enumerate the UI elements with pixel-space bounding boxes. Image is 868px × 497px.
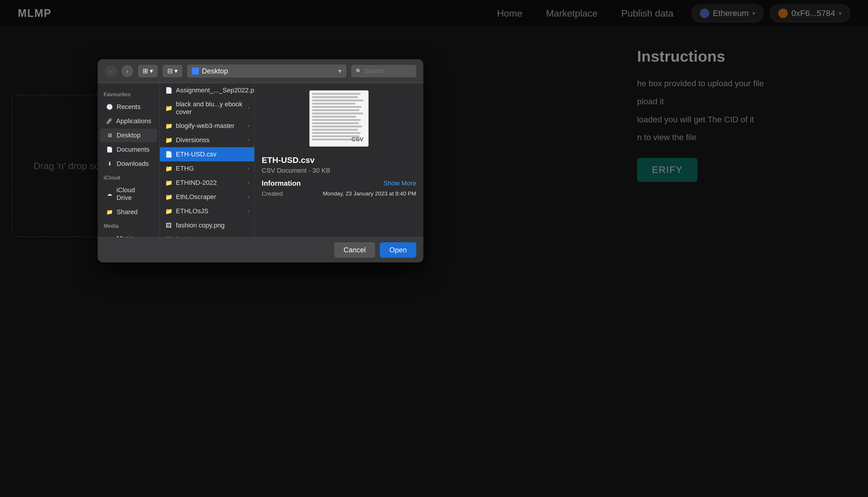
documents-icon: 📄 <box>106 146 113 153</box>
forward-button[interactable]: › <box>121 65 133 77</box>
shared-label: Shared <box>117 208 138 216</box>
csv-type-label: CSV <box>351 136 363 143</box>
file-name: ETHG <box>176 165 194 172</box>
folder-chevron-icon: › <box>248 166 249 171</box>
view-columns-button[interactable]: ⊞ ▾ <box>138 65 158 77</box>
file-name: ETHIND-2022 <box>176 179 217 187</box>
folder-chevron-icon: › <box>248 138 249 143</box>
downloads-icon: ⬇ <box>106 160 113 167</box>
created-value: Monday, 23 January 2023 at 8:40 PM <box>323 190 416 197</box>
sidebar-item-music[interactable]: ♪ Music <box>100 232 157 237</box>
preview-filetype: CSV Document - 30 KB <box>262 167 416 174</box>
search-bar[interactable]: 🔍 <box>351 65 416 77</box>
file-item-ethlosjs[interactable]: 📁 ETHLOsJS › <box>160 204 254 218</box>
file-picker-dialog: ‹ › ⊞ ▾ ⊟ ▾ Desktop ▾ 🔍 Favourites 🕐 Rec… <box>98 59 423 262</box>
favourites-label: Favourites <box>98 88 160 100</box>
desktop-icon: 🖥 <box>106 132 113 139</box>
downloads-label: Downloads <box>117 160 149 168</box>
file-item-eth-usd[interactable]: 📄 ETH-USD.csv <box>160 147 254 161</box>
dialog-toolbar: ‹ › ⊞ ▾ ⊟ ▾ Desktop ▾ 🔍 <box>98 59 423 83</box>
preview-image: CSV <box>309 90 368 150</box>
file-item-black-blue[interactable]: 📁 black and blu...y ebook cover › <box>160 97 254 119</box>
created-label: Created <box>262 190 283 197</box>
location-chevron-icon: ▾ <box>338 67 342 75</box>
file-list: 📄 Assignment_..._Sep2022.pdf 📁 black and… <box>160 83 255 237</box>
location-bar[interactable]: Desktop ▾ <box>187 65 346 77</box>
file-name: ETHLOsJS <box>176 207 208 215</box>
file-pdf-icon: 📄 <box>164 86 173 95</box>
file-name: EthLOscraper <box>176 193 216 201</box>
music-icon: ♪ <box>106 235 113 237</box>
file-item-assignment[interactable]: 📄 Assignment_..._Sep2022.pdf <box>160 83 254 97</box>
file-name: black and blu...y ebook cover <box>176 100 245 116</box>
file-name: blogify-web3-master <box>176 122 234 130</box>
file-item-ethg[interactable]: 📁 ETHG › <box>160 161 254 176</box>
icloud-drive-label: iCloud Drive <box>117 186 151 202</box>
folder-icon: 📁 <box>164 193 173 201</box>
file-name: Diversionss <box>176 136 209 144</box>
preview-panel: CSV ETH-USD.csv CSV Document - 30 KB Inf… <box>255 83 423 237</box>
shared-icon: 📁 <box>106 209 113 216</box>
folder-icon: 📁 <box>164 104 173 112</box>
file-item-fashion-copy[interactable]: 🖼 fashion copy.png <box>160 218 254 232</box>
folder-icon: 📁 <box>164 165 173 173</box>
sidebar-item-recents[interactable]: 🕐 Recents <box>100 100 157 114</box>
applications-icon: 🚀 <box>106 117 113 125</box>
show-more-button[interactable]: Show More <box>384 180 416 187</box>
file-item-blogify[interactable]: 📁 blogify-web3-master › <box>160 119 254 133</box>
recents-label: Recents <box>117 103 141 111</box>
preview-info-header: Information Show More <box>262 179 416 187</box>
sidebar-item-shared[interactable]: 📁 Shared <box>100 205 157 219</box>
sidebar: Favourites 🕐 Recents 🚀 Applications 🖥 De… <box>98 83 160 237</box>
view-columns-chevron-icon: ▾ <box>150 67 153 75</box>
folder-icon: 📁 <box>164 136 173 144</box>
folder-icon: 📁 <box>164 122 173 130</box>
documents-label: Documents <box>117 146 149 153</box>
file-item-diversionss[interactable]: 📁 Diversionss › <box>160 133 254 147</box>
dialog-body: Favourites 🕐 Recents 🚀 Applications 🖥 De… <box>98 83 423 237</box>
info-label: Information <box>262 179 301 187</box>
cancel-button[interactable]: Cancel <box>334 242 375 258</box>
file-item-ethloscraper[interactable]: 📁 EthLOscraper › <box>160 190 254 204</box>
music-label: Music <box>117 235 133 237</box>
search-input[interactable] <box>364 67 408 75</box>
sidebar-item-applications[interactable]: 🚀 Applications <box>100 114 157 128</box>
desktop-folder-icon <box>192 68 199 75</box>
file-name: fashion copy.png <box>176 222 225 229</box>
csv-preview: CSV <box>309 90 368 147</box>
folder-chevron-icon: › <box>248 194 249 200</box>
folder-icon: 📁 <box>164 207 173 215</box>
desktop-label: Desktop <box>117 131 141 139</box>
sidebar-item-icloud-drive[interactable]: ☁ iCloud Drive <box>100 183 157 205</box>
folder-chevron-icon: › <box>248 123 249 129</box>
recents-icon: 🕐 <box>106 103 113 111</box>
folder-chevron-icon: › <box>248 209 249 214</box>
folder-chevron-icon: › <box>248 180 249 185</box>
icloud-label: iCloud <box>98 171 160 183</box>
file-name: ETH-USD.csv <box>176 151 216 158</box>
sidebar-item-downloads[interactable]: ⬇ Downloads <box>100 157 157 171</box>
view-grid-chevron-icon: ▾ <box>174 67 178 75</box>
preview-filename: ETH-USD.csv <box>262 156 416 165</box>
open-button[interactable]: Open <box>380 242 416 258</box>
media-label: Media <box>98 219 160 231</box>
file-png-icon: 🖼 <box>164 221 173 229</box>
location-label: Desktop <box>202 67 228 75</box>
file-csv-icon: 📄 <box>164 150 173 158</box>
file-name: Assignment_..._Sep2022.pdf <box>176 86 255 94</box>
applications-label: Applications <box>116 117 151 125</box>
icloud-drive-icon: ☁ <box>106 190 113 198</box>
search-icon: 🔍 <box>356 68 362 74</box>
folder-chevron-icon: › <box>248 105 249 111</box>
view-columns-icon: ⊞ <box>143 67 148 75</box>
file-item-fashion[interactable]: 🖼 fashion.png <box>160 232 254 237</box>
back-button[interactable]: ‹ <box>105 65 117 77</box>
sidebar-item-documents[interactable]: 📄 Documents <box>100 143 157 156</box>
sidebar-item-desktop[interactable]: 🖥 Desktop <box>100 129 157 142</box>
folder-icon: 📁 <box>164 179 173 187</box>
view-grid-icon: ⊟ <box>167 67 173 75</box>
view-grid-button[interactable]: ⊟ ▾ <box>162 65 182 77</box>
file-item-ethind-2022[interactable]: 📁 ETHIND-2022 › <box>160 176 254 190</box>
dialog-footer: Cancel Open <box>98 237 423 262</box>
created-row: Created Monday, 23 January 2023 at 8:40 … <box>262 190 416 197</box>
